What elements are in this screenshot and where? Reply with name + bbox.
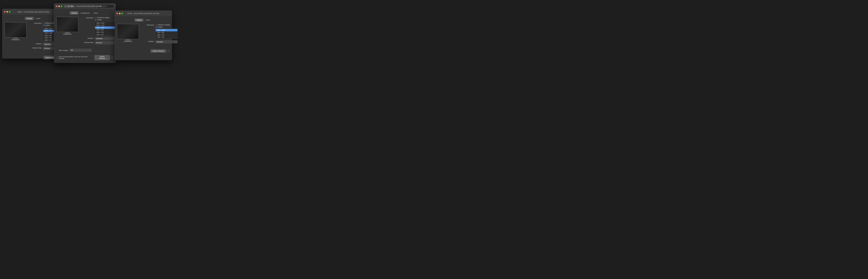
traffic-lights-q3277 [4, 11, 10, 12]
rotation-select-wrapper-b326hul: Standard [95, 37, 117, 40]
title-bar-b326hul: ‹ › ⊞ B326HUL – forced RGB mode (EDID ov… [54, 3, 116, 9]
rotation-select-wrapper-e2722: Standard [156, 40, 178, 43]
res-item-b326hul-4[interactable]: 1360 × 768 [95, 31, 117, 33]
radio-scaled-label-b326hul: Scaled [97, 19, 102, 21]
monitor-preview-q3277 [5, 22, 27, 38]
rotation-row-e2722: Rotation: Standard [142, 40, 178, 43]
monitor-screen-b326hul [57, 17, 78, 32]
mirror-select-wrapper-b326hul: Off [70, 49, 92, 52]
radio-inner-scaled-e2722 [156, 26, 157, 27]
res-item-b326hul-5[interactable]: 1280 × 720 [95, 33, 117, 36]
tab-colour-b326hul[interactable]: Colour [92, 11, 100, 15]
zoom-button-b326hul[interactable] [61, 5, 62, 7]
tab-colour-e2722[interactable]: Colour [144, 19, 152, 22]
res-item-b326hul-3[interactable]: 1600 × 900 [95, 29, 117, 31]
res-item-b326hul-0[interactable]: 2960 × 1440 [95, 22, 117, 24]
mirroring-bar-b326hul: Show mirroring options in the menu bar w… [54, 54, 116, 61]
res-item-b326hul-2[interactable]: 1920 × 1080 [95, 26, 117, 29]
monitor-preview-e2722 [117, 24, 139, 39]
close-button-e2722[interactable] [117, 13, 118, 14]
resolution-label-e2722: Resolution: [142, 24, 155, 26]
radio-circle-scaled-q3277[interactable] [43, 25, 44, 26]
rotation-row-b326hul: Rotation: Standard [82, 37, 117, 40]
refresh-select-wrapper-b326hul: 60 Hertz [95, 41, 117, 44]
radio-default-label-b326hul: Default for display [97, 17, 110, 18]
rotation-select-b326hul[interactable]: Standard [95, 37, 117, 40]
radio-scaled-e2722[interactable]: Scaled [156, 26, 178, 28]
settings-form-e2722: Resolution: Default for display Scaled [142, 24, 178, 45]
monitor-screen-q3277 [5, 23, 26, 37]
tab-bar-b326hul: Display Arrangement Colour [56, 11, 114, 15]
radio-scaled-label-e2722: Scaled [158, 26, 163, 28]
title-bar-e2722: E2722 – forced RGB mode (EDID override) [115, 10, 172, 16]
rotation-select-e2722[interactable]: Standard [156, 40, 178, 43]
radio-circle-scaled-e2722[interactable] [156, 26, 157, 28]
search-placeholder-b326hul: Search [102, 5, 107, 7]
traffic-lights-b326hul [56, 5, 62, 7]
mirror-select-b326hul[interactable]: Off [70, 49, 92, 52]
window-e2722: E2722 – forced RGB mode (EDID override) … [115, 10, 172, 60]
gather-windows-button-b326hul[interactable]: Gather Windows [94, 55, 110, 60]
radio-default-e2722[interactable]: Default for display [156, 24, 178, 26]
resolution-options-b326hul: Default for display Scaled 2960 × 1440 [95, 17, 117, 36]
window-content-e2722: Display Colour Resolution: [115, 17, 172, 47]
back-button-b326hul[interactable]: ‹ [64, 5, 67, 7]
zoom-button-q3277[interactable] [9, 11, 10, 12]
traffic-lights-e2722 [117, 13, 123, 14]
close-button-q3277[interactable] [4, 11, 6, 12]
rotation-label-e2722: Rotation: [142, 40, 155, 43]
settings-form-b326hul: Resolution: Default for display Scaled [82, 17, 117, 46]
mirror-row-b326hul: Mirror display: Off [54, 48, 116, 53]
monitor-base-q3277 [11, 39, 20, 40]
radio-circle-default-q3277[interactable] [43, 22, 44, 24]
monitor-base-e2722 [124, 41, 132, 42]
settings-area-b326hul: Resolution: Default for display Scaled [56, 17, 114, 46]
refresh-label-b326hul: Refresh Rate: [82, 41, 94, 43]
window-title-q3277: Q3277 – forced RGB mode (EDID override) [18, 11, 50, 13]
monitor-screen-e2722 [117, 24, 138, 39]
help-button-e2722[interactable]: ? [167, 50, 169, 52]
resolution-list-b326hul: 2960 × 1440 2048 × 1152 1920 × 1080 1600… [95, 21, 117, 36]
settings-area-e2722: Resolution: Default for display Scaled [117, 24, 169, 45]
bottom-bar-e2722: Gather Windows ? [115, 48, 172, 54]
resolution-label-q3277: Resolution: [30, 22, 42, 24]
tab-display-e2722[interactable]: Display [135, 19, 144, 22]
window-title-e2722: E2722 – forced RGB mode (EDID override) [127, 12, 159, 15]
radio-scaled-label-q3277: Scaled [45, 25, 50, 26]
show-mirror-text-b326hul: Show mirroring options in the menu bar w… [59, 56, 93, 59]
radio-circle-default-e2722[interactable] [156, 24, 157, 26]
radio-circle-scaled-b326hul[interactable] [95, 19, 96, 21]
show-mirror-checkbox-b326hul[interactable] [56, 57, 58, 58]
zoom-button-e2722[interactable] [121, 13, 123, 14]
rotation-label-q3277: Rotation: [30, 43, 42, 45]
radio-inner-scaled-b326hul [95, 20, 96, 20]
radio-scaled-b326hul[interactable]: Scaled [95, 19, 117, 21]
res-item-e2722-3[interactable]: 1280 × 720 [156, 36, 178, 38]
monitor-base-b326hul [63, 34, 71, 35]
res-item-b326hul-1[interactable]: 2048 × 1152 [95, 24, 117, 27]
minimize-button-q3277[interactable] [6, 11, 8, 12]
minimize-button-e2722[interactable] [119, 13, 121, 14]
resolution-row-e2722: Resolution: Default for display Scaled [142, 24, 178, 39]
show-mirror-label-b326hul[interactable]: Show mirroring options in the menu bar w… [56, 56, 93, 59]
res-item-e2722-1[interactable]: 1600 × 900 [156, 31, 178, 34]
help-button-b326hul[interactable]: ? [111, 56, 114, 59]
gather-windows-button-e2722[interactable]: Gather Windows [151, 49, 166, 53]
radio-default-b326hul[interactable]: Default for display [95, 17, 117, 18]
radio-circle-default-b326hul[interactable] [95, 17, 96, 18]
resolution-label-b326hul: Resolution: [82, 17, 94, 19]
radio-inner-scaled-q3277 [43, 25, 44, 26]
tab-display-q3277[interactable]: Display [25, 17, 34, 20]
rotation-label-b326hul: Rotation: [82, 37, 94, 39]
tab-arrangement-b326hul[interactable]: Arrangement [79, 11, 91, 15]
minimize-button-b326hul[interactable] [58, 5, 60, 7]
close-button-b326hul[interactable] [56, 5, 57, 7]
mirror-label-b326hul: Mirror display: [56, 49, 68, 51]
tab-display-b326hul[interactable]: Display [70, 11, 79, 15]
refresh-row-b326hul: Refresh Rate: 60 Hertz [82, 41, 117, 44]
resolution-list-e2722: 1920 × 1080 1600 × 900 1360 × 768 1280 ×… [156, 28, 178, 39]
tab-colour-q3277[interactable]: Colour [34, 17, 42, 20]
res-item-e2722-2[interactable]: 1360 × 768 [156, 34, 178, 36]
refresh-select-b326hul[interactable]: 60 Hertz [95, 41, 117, 44]
res-item-e2722-0[interactable]: 1920 × 1080 [156, 29, 178, 31]
